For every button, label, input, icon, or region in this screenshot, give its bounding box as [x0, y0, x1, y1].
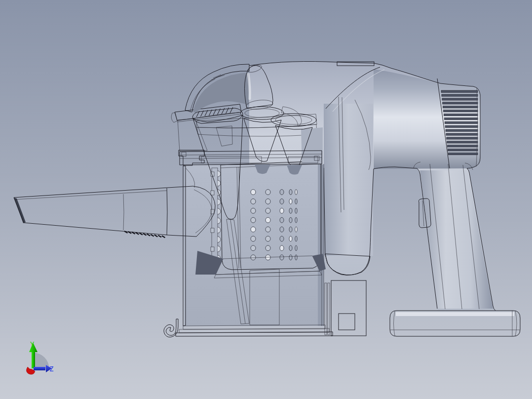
vent-slot [444, 114, 478, 116]
shroud-hole [295, 255, 297, 260]
vent-slot [448, 145, 478, 147]
shroud-hole [266, 208, 270, 213]
vent-slot [446, 133, 478, 135]
vent-slot [442, 94, 478, 96]
shroud-hole [289, 217, 292, 223]
model-canvas[interactable]: Y Z [0, 0, 532, 399]
y-axis-shaft [32, 351, 35, 368]
shroud-hole [295, 217, 297, 223]
scallop-notch [211, 247, 214, 251]
z-axis-label: Z [49, 365, 53, 373]
shroud-hole [266, 236, 270, 241]
shroud-hole [266, 245, 270, 251]
shroud-hole [251, 217, 256, 223]
vent-slot [444, 110, 478, 112]
shroud-hole [251, 190, 256, 195]
z-axis-shaft [34, 367, 45, 370]
shroud-hole [280, 236, 284, 241]
shroud-hole [280, 245, 284, 251]
shroud-hole [289, 227, 292, 232]
shroud-hole [266, 217, 270, 223]
shroud-hole [251, 245, 256, 251]
shroud-hole [251, 255, 256, 260]
shroud-hole [251, 199, 256, 204]
shroud-hole [295, 227, 297, 232]
vent-slot [448, 149, 478, 151]
shroud-hole [295, 190, 297, 195]
vent-slot [441, 90, 478, 92]
cad-viewport[interactable]: Y Z [0, 0, 532, 399]
vent-slot [446, 129, 478, 131]
shroud-hole [295, 245, 297, 251]
shroud-hole [251, 236, 256, 241]
vent-slot [443, 106, 478, 108]
shroud-hole [289, 245, 292, 251]
right-panel [301, 127, 323, 164]
shroud-hole [251, 227, 256, 232]
vent-slot [443, 102, 478, 104]
battery-highlight [396, 312, 514, 316]
shroud-hole [295, 236, 297, 241]
y-axis-label: Y [30, 340, 35, 348]
shroud-hole [289, 199, 292, 204]
vent-slot [442, 98, 478, 100]
shroud-hole [295, 208, 297, 213]
shroud-hole [266, 199, 270, 204]
shroud-hole [251, 208, 256, 213]
shroud-hole [280, 190, 284, 195]
shroud-hole [289, 255, 292, 260]
scallop-notch [211, 228, 214, 233]
vent-slot [448, 153, 478, 155]
vent-slot [445, 125, 478, 127]
shroud-hole [295, 199, 297, 204]
shroud-hole [266, 190, 270, 195]
scallop-notch [211, 191, 214, 195]
shroud-hole [289, 208, 292, 213]
shroud-hole [289, 236, 292, 241]
shroud-hole [280, 217, 284, 223]
vent-slot [447, 141, 478, 143]
bin-interior [185, 164, 323, 326]
shroud-hole [266, 227, 270, 232]
shroud-hole [280, 255, 284, 260]
shroud-hole [280, 199, 284, 204]
vent-slot [444, 118, 478, 120]
shroud-hole [289, 190, 292, 195]
shroud-hole [280, 208, 284, 213]
vent-slot [445, 121, 478, 123]
shroud-hole [280, 227, 284, 232]
vent-slot [447, 137, 478, 139]
